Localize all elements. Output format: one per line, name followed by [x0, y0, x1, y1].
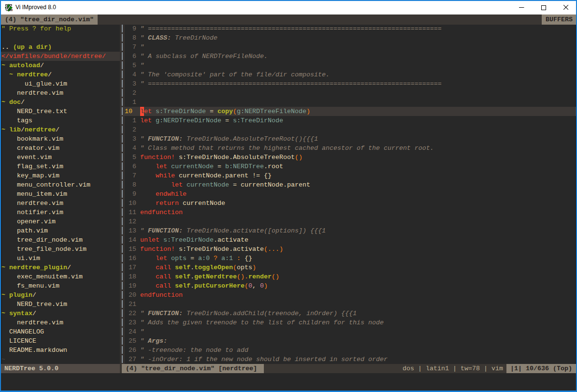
svg-text:im: im: [9, 8, 13, 12]
